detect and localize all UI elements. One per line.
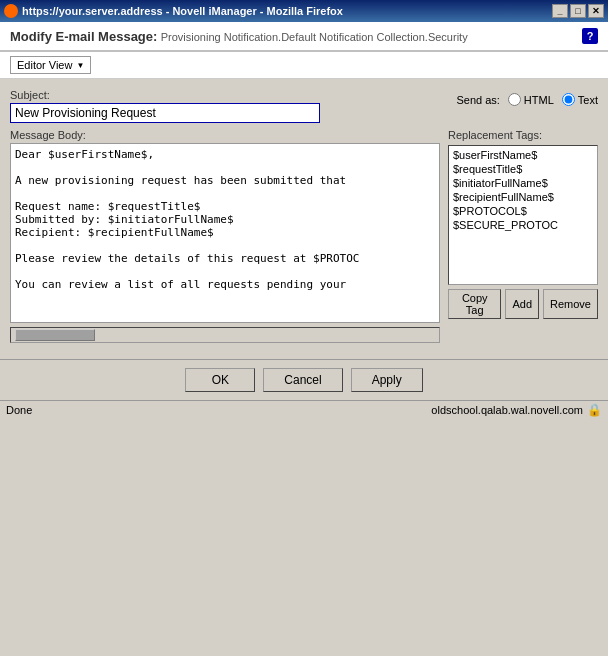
help-icon[interactable]: ? <box>582 28 598 44</box>
replacement-tags-section: Replacement Tags: $userFirstName$ $reque… <box>448 129 598 343</box>
toolbar: Editor View ▼ <box>0 52 608 79</box>
list-item[interactable]: $PROTOCOL$ <box>451 204 595 218</box>
list-item[interactable]: $recipientFullName$ <box>451 190 595 204</box>
send-as-row: Send as: HTML Text <box>456 93 598 106</box>
horizontal-scrollbar[interactable] <box>10 327 440 343</box>
tags-buttons: Copy Tag Add Remove <box>448 289 598 319</box>
lock-icon: 🔒 <box>587 403 602 417</box>
chevron-down-icon: ▼ <box>76 61 84 70</box>
titlebar-buttons[interactable]: _ □ ✕ <box>552 4 604 18</box>
editor-view-dropdown[interactable]: Editor View ▼ <box>10 56 91 74</box>
list-item[interactable]: $SECURE_PROTOC <box>451 218 595 232</box>
tags-list[interactable]: $userFirstName$ $requestTitle$ $initiato… <box>448 145 598 285</box>
subject-section: Subject: <box>10 89 456 123</box>
send-as-label: Send as: <box>456 94 499 106</box>
text-radio[interactable] <box>562 93 575 106</box>
subject-input[interactable] <box>10 103 320 123</box>
message-body-textarea[interactable]: Dear $userFirstName$, A new provisioning… <box>10 143 440 323</box>
list-item[interactable]: $userFirstName$ <box>451 148 595 162</box>
body-left: Message Body: Dear $userFirstName$, A ne… <box>10 129 440 343</box>
replacement-tags-label: Replacement Tags: <box>448 129 598 141</box>
statusbar-url: oldschool.qalab.wal.novell.com <box>431 404 583 416</box>
maximize-button[interactable]: □ <box>570 4 586 18</box>
titlebar: https://your.server.address - Novell iMa… <box>0 0 608 22</box>
send-as-section: Send as: HTML Text <box>456 93 598 106</box>
minimize-button[interactable]: _ <box>552 4 568 18</box>
body-section: Message Body: Dear $userFirstName$, A ne… <box>10 129 598 343</box>
page-title-main: Modify E-mail Message: <box>10 29 157 44</box>
copy-tag-button[interactable]: Copy Tag <box>448 289 501 319</box>
list-item[interactable]: $requestTitle$ <box>451 162 595 176</box>
titlebar-left: https://your.server.address - Novell iMa… <box>4 4 343 18</box>
add-button[interactable]: Add <box>505 289 539 319</box>
content-area: Subject: Send as: HTML Text Message Body… <box>0 79 608 359</box>
text-label: Text <box>578 94 598 106</box>
status-text: Done <box>6 404 32 416</box>
statusbar-right: oldschool.qalab.wal.novell.com 🔒 <box>431 403 602 417</box>
scrollbar-thumb[interactable] <box>15 329 95 341</box>
imanager-header: Modify E-mail Message: Provisioning Noti… <box>0 22 608 52</box>
apply-button[interactable]: Apply <box>351 368 423 392</box>
ok-button[interactable]: OK <box>185 368 255 392</box>
page-title: Modify E-mail Message: Provisioning Noti… <box>10 29 468 44</box>
page-breadcrumb: Provisioning Notification.Default Notifi… <box>161 31 468 43</box>
cancel-button[interactable]: Cancel <box>263 368 342 392</box>
list-item[interactable]: $initiatorFullName$ <box>451 176 595 190</box>
close-button[interactable]: ✕ <box>588 4 604 18</box>
remove-button[interactable]: Remove <box>543 289 598 319</box>
window-title: https://your.server.address - Novell iMa… <box>22 5 343 17</box>
html-radio[interactable] <box>508 93 521 106</box>
text-radio-option[interactable]: Text <box>562 93 598 106</box>
html-radio-option[interactable]: HTML <box>508 93 554 106</box>
firefox-icon <box>4 4 18 18</box>
body-label: Message Body: <box>10 129 440 141</box>
html-label: HTML <box>524 94 554 106</box>
subject-label: Subject: <box>10 89 456 101</box>
bottom-buttons: OK Cancel Apply <box>0 359 608 400</box>
editor-view-label: Editor View <box>17 59 72 71</box>
statusbar: Done oldschool.qalab.wal.novell.com 🔒 <box>0 400 608 419</box>
